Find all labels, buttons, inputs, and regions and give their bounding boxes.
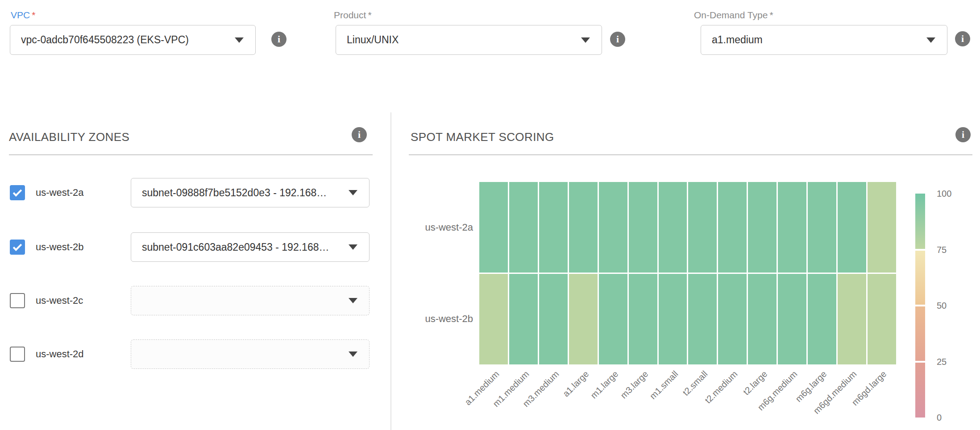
heatmap-x-label: m3.medium [507,369,561,423]
heatmap-cell[interactable] [629,182,657,273]
heatmap-x-label: m1.small [626,369,680,423]
az-row-us-west-2c: us-west-2c [10,286,370,315]
heatmap-x-label: m6g.medium [744,369,799,423]
az-row-us-west-2d: us-west-2d [10,339,370,369]
heatmap-x-label: m1.large [566,369,620,423]
info-icon[interactable]: i [955,31,970,46]
heatmap-cell[interactable] [539,182,568,273]
az-row-us-west-2a: us-west-2a subnet-09888f7be5152d0e3 - 19… [10,178,370,207]
checkbox-us-west-2a[interactable] [10,185,25,200]
subnet-select-value: subnet-09888f7be5152d0e3 - 192.168… [142,187,327,199]
vpc-required-mark: * [32,10,35,20]
az-row-us-west-2b: us-west-2b subnet-091c603aa82e09453 - 19… [10,232,370,262]
heatmap-cell[interactable] [629,274,657,364]
vpc-select[interactable]: vpc-0adcb70f645508223 (EKS-VPC) [10,25,256,55]
heatmap-cell[interactable] [509,274,538,364]
heatmap-cell[interactable] [748,182,777,273]
vpc-select-value: vpc-0adcb70f645508223 (EKS-VPC) [21,34,189,46]
spot-market-scoring-title: SPOT MARKET SCORING [411,130,554,144]
product-select-value: Linux/UNIX [347,34,399,46]
on-demand-type-select-value: a1.medium [712,34,763,46]
heatmap-cell[interactable] [868,182,896,273]
heatmap-cell[interactable] [479,274,508,364]
heatmap-x-label: m1.medium [477,369,531,423]
heatmap-cell[interactable] [748,274,777,364]
product-select[interactable]: Linux/UNIX [336,25,602,55]
on-demand-type-required-mark: * [769,10,773,20]
heatmap-row-label: us-west-2a [397,222,473,233]
section-divider [9,154,373,155]
heatmap-x-label: m3.large [596,369,650,423]
product-required-mark: * [368,10,371,20]
heatmap-cell[interactable] [599,274,627,364]
colorbar-tick: 0 [937,412,942,423]
heatmap-cell[interactable] [539,274,568,364]
vertical-divider [390,112,391,430]
heatmap-cell[interactable] [688,182,717,273]
colorbar-tick: 100 [937,188,951,199]
subnet-select-us-west-2b[interactable]: subnet-091c603aa82e09453 - 192.168… [131,232,370,262]
chevron-down-icon [349,298,357,303]
heatmap-x-label: t2.small [655,369,710,423]
info-icon[interactable]: i [352,127,367,142]
info-icon[interactable]: i [610,32,625,47]
heatmap-cell[interactable] [808,182,836,273]
heatmap-cell[interactable] [659,274,687,364]
heatmap-cell[interactable] [838,182,866,273]
info-icon[interactable]: i [271,32,287,47]
subnet-select-value: subnet-091c603aa82e09453 - 192.168… [142,241,329,253]
colorbar [915,194,925,418]
subnet-select-us-west-2c[interactable] [131,286,370,315]
on-demand-type-select[interactable]: a1.medium [701,25,947,55]
heatmap-cell[interactable] [599,182,627,273]
chevron-down-icon [349,244,357,250]
heatmap-cell[interactable] [778,274,806,364]
az-label: us-west-2b [36,241,84,253]
heatmap-cell[interactable] [778,182,806,273]
info-icon[interactable]: i [955,127,971,142]
heatmap-cell[interactable] [838,274,866,364]
heatmap-cell[interactable] [718,182,747,273]
az-label: us-west-2c [36,295,83,306]
product-label: Product* [334,10,372,21]
heatmap-cell[interactable] [569,274,598,364]
colorbar-tick: 75 [937,244,947,256]
heatmap-x-label: m6gd.large [834,369,889,423]
heatmap-cell[interactable] [808,274,836,364]
subnet-select-us-west-2d[interactable] [131,339,370,369]
section-divider [409,154,972,155]
heatmap-x-label: m6g.large [774,369,829,423]
heatmap-cell[interactable] [569,182,598,273]
az-label: us-west-2a [36,187,84,198]
chevron-down-icon [926,37,935,43]
vpc-label: VPC* [11,10,35,21]
heatmap-cell[interactable] [718,274,747,364]
checkbox-us-west-2b[interactable] [10,240,25,255]
colorbar-tick: 50 [937,300,947,311]
on-demand-type-label-text: On-Demand Type [694,10,768,20]
chevron-down-icon [349,190,357,195]
checkbox-us-west-2c[interactable] [10,293,25,308]
colorbar-segment [915,194,925,249]
heatmap [479,182,896,364]
subnet-select-us-west-2a[interactable]: subnet-09888f7be5152d0e3 - 192.168… [131,178,370,207]
colorbar-tick: 25 [937,356,947,368]
heatmap-cell[interactable] [509,182,538,273]
vpc-label-text: VPC [11,10,30,20]
checkbox-us-west-2d[interactable] [10,347,25,362]
colorbar-segment [915,306,925,361]
on-demand-type-label: On-Demand Type* [694,10,773,21]
chevron-down-icon [235,37,244,43]
availability-zones-title: AVAILABILITY ZONES [9,130,129,144]
heatmap-cell[interactable] [688,274,717,364]
az-label: us-west-2d [36,348,84,360]
chevron-down-icon [349,351,357,357]
heatmap-x-label: a1.medium [447,369,501,423]
heatmap-cell[interactable] [479,182,508,273]
heatmap-x-label: t2.large [715,369,769,423]
product-label-text: Product [334,10,366,20]
heatmap-cell[interactable] [659,182,687,273]
chevron-down-icon [581,37,590,43]
heatmap-cell[interactable] [868,274,896,364]
colorbar-segment [915,363,925,418]
